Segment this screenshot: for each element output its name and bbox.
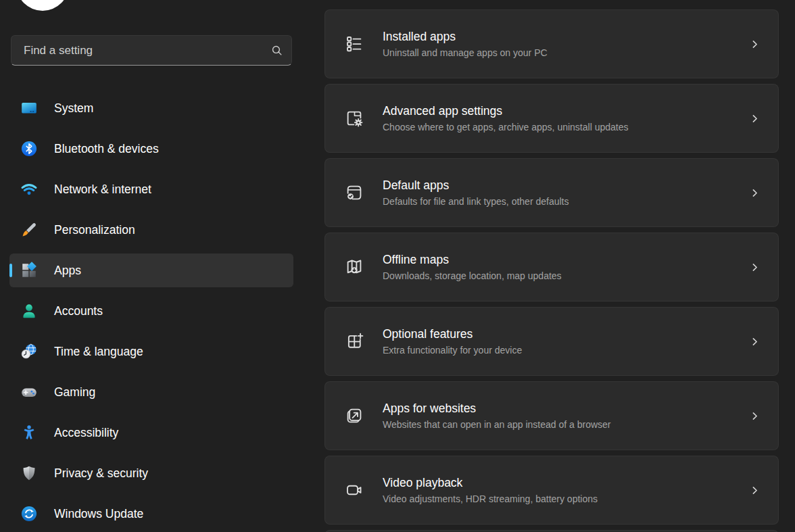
sidebar-item-label: Network & internet xyxy=(54,183,151,197)
card-subtitle: Uninstall and manage apps on your PC xyxy=(383,47,740,59)
card-subtitle: Downloads, storage location, map updates xyxy=(383,270,740,282)
sidebar-item-windows-update[interactable]: Windows Update xyxy=(9,497,293,531)
windows-update-icon xyxy=(20,505,38,523)
sidebar-item-time-language[interactable]: Time & language xyxy=(9,335,293,368)
card-subtitle: Websites that can open in an app instead… xyxy=(383,418,740,431)
search-input[interactable] xyxy=(22,43,271,58)
sidebar-item-bluetooth-devices[interactable]: Bluetooth & devices xyxy=(9,132,293,166)
card-title: Advanced app settings xyxy=(383,103,740,119)
gaming-icon xyxy=(20,383,38,401)
accounts-icon xyxy=(20,302,38,320)
settings-card-installed-apps[interactable]: Installed apps Uninstall and manage apps… xyxy=(324,9,779,78)
card-subtitle: Choose where to get apps, archive apps, … xyxy=(383,121,740,133)
sidebar-item-gaming[interactable]: Gaming xyxy=(9,375,293,409)
installed-apps-icon xyxy=(344,34,364,54)
sidebar-item-personalization[interactable]: Personalization xyxy=(9,213,293,247)
apps-icon xyxy=(20,262,38,279)
personalization-icon xyxy=(20,221,38,239)
chevron-right-icon xyxy=(750,263,759,272)
sidebar-item-system[interactable]: System xyxy=(9,91,293,125)
sidebar-item-label: System xyxy=(54,101,93,116)
card-title: Installed apps xyxy=(383,29,740,45)
sidebar-item-label: Accessibility xyxy=(54,426,118,440)
chevron-right-icon xyxy=(750,40,759,49)
card-title: Video playback xyxy=(383,475,740,491)
accessibility-icon xyxy=(20,424,38,441)
sidebar-item-label: Personalization xyxy=(54,223,135,237)
sidebar-item-label: Accounts xyxy=(54,304,103,318)
settings-card-optional-features[interactable]: Optional features Extra functionality fo… xyxy=(324,307,779,376)
chevron-right-icon xyxy=(750,189,759,197)
apps-for-websites-icon xyxy=(344,406,364,426)
privacy-security-icon xyxy=(20,464,38,482)
system-icon xyxy=(20,99,38,117)
settings-card-list: Installed apps Uninstall and manage apps… xyxy=(324,9,779,525)
bluetooth-icon xyxy=(20,140,38,158)
card-title: Offline maps xyxy=(383,252,740,268)
sidebar-item-label: Bluetooth & devices xyxy=(54,142,159,156)
sidebar-item-label: Time & language xyxy=(54,345,143,359)
sidebar: System Bluetooth & devices Network & int… xyxy=(0,0,312,532)
sidebar-item-label: Apps xyxy=(54,264,81,278)
settings-card-video-playback[interactable]: Video playback Video adjustments, HDR st… xyxy=(324,456,779,525)
settings-card-offline-maps[interactable]: Offline maps Downloads, storage location… xyxy=(324,233,779,301)
offline-maps-icon xyxy=(344,257,364,277)
search-icon[interactable] xyxy=(271,45,283,56)
sidebar-item-apps[interactable]: Apps xyxy=(9,253,293,287)
chevron-right-icon xyxy=(750,337,759,346)
video-playback-icon xyxy=(344,480,364,500)
default-apps-icon xyxy=(344,183,364,203)
card-title: Optional features xyxy=(383,327,740,342)
sidebar-item-accessibility[interactable]: Accessibility xyxy=(9,416,293,450)
sidebar-item-accounts[interactable]: Accounts xyxy=(9,294,293,328)
network-icon xyxy=(20,180,38,198)
settings-card-apps-for-websites[interactable]: Apps for websites Websites that can open… xyxy=(324,381,779,450)
apps-settings-page: Installed apps Uninstall and manage apps… xyxy=(324,9,779,532)
card-subtitle: Extra functionality for your device xyxy=(383,344,740,356)
optional-features-icon xyxy=(344,331,364,352)
sidebar-item-label: Privacy & security xyxy=(54,466,148,481)
advanced-app-settings-icon xyxy=(344,108,364,128)
sidebar-item-label: Windows Update xyxy=(54,507,143,521)
settings-card-default-apps[interactable]: Default apps Defaults for file and link … xyxy=(324,158,779,227)
sidebar-item-privacy-security[interactable]: Privacy & security xyxy=(9,456,293,490)
sidebar-item-label: Gaming xyxy=(54,385,95,400)
settings-card-advanced-app-settings[interactable]: Advanced app settings Choose where to ge… xyxy=(324,84,779,153)
sidebar-nav: System Bluetooth & devices Network & int… xyxy=(9,91,293,532)
search-box[interactable] xyxy=(11,35,292,66)
card-title: Apps for websites xyxy=(383,401,740,416)
chevron-right-icon xyxy=(750,486,759,495)
card-title: Default apps xyxy=(383,178,740,193)
time-language-icon xyxy=(20,343,38,360)
chevron-right-icon xyxy=(750,412,759,420)
chevron-right-icon xyxy=(750,114,759,123)
card-subtitle: Video adjustments, HDR streaming, batter… xyxy=(383,493,740,505)
card-subtitle: Defaults for file and link types, other … xyxy=(383,195,740,208)
sidebar-item-network-internet[interactable]: Network & internet xyxy=(9,172,293,206)
